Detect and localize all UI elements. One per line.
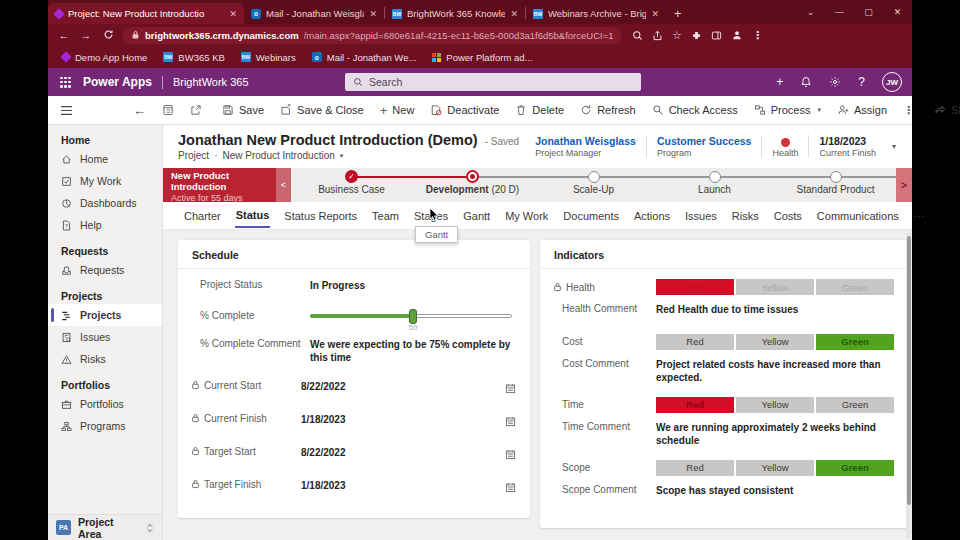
health-comment-value[interactable]: Red Health due to time issues <box>656 303 894 317</box>
refresh-button[interactable]: Refresh <box>572 104 644 116</box>
popout-icon[interactable] <box>182 104 210 116</box>
stage-standard-product[interactable]: Standard Product <box>775 168 896 202</box>
sidebar-item-help[interactable]: ? Help <box>48 214 162 236</box>
segment-yellow[interactable]: Yellow <box>736 460 814 476</box>
tab-communications[interactable]: Communications <box>816 204 900 227</box>
new-tab-button[interactable]: + <box>674 6 682 21</box>
save-close-button[interactable]: Save & Close <box>272 104 372 116</box>
sidebar-item-programs[interactable]: Programs <box>48 415 162 437</box>
segment-green[interactable]: Green <box>816 334 894 350</box>
scope-comment-value[interactable]: Scope has stayed consistent <box>656 484 894 498</box>
help-icon[interactable]: ? <box>858 75 865 89</box>
chevron-down-icon[interactable]: ▾ <box>340 152 344 160</box>
calendar-icon[interactable] <box>505 479 516 497</box>
calendar-icon[interactable] <box>505 380 516 398</box>
browser-tab-webinars[interactable]: BW Webinars Archive - BrightWork.c ✕ <box>526 3 666 24</box>
calendar-icon[interactable] <box>505 413 516 431</box>
bookmark-webinars[interactable]: BW Webinars <box>241 52 296 63</box>
percent-complete-slider[interactable]: 50 <box>310 308 516 326</box>
close-icon[interactable]: ✕ <box>369 9 377 19</box>
assign-button[interactable]: Assign <box>829 104 895 116</box>
date-value[interactable]: 1/18/2023 <box>301 479 505 493</box>
extensions-icon[interactable] <box>691 30 702 41</box>
tab-risks[interactable]: Risks <box>731 204 760 227</box>
bpf-stage-box[interactable]: New Product Introduction Active for 55 d… <box>163 168 276 202</box>
tab-charter[interactable]: Charter <box>183 204 222 227</box>
cost-comment-value[interactable]: Project related costs have increased mor… <box>656 358 894 385</box>
tab-my-work[interactable]: My Work <box>504 204 549 227</box>
tab-status-reports[interactable]: Status Reports <box>283 204 358 227</box>
bookmark-power-platform[interactable]: Power Platform ad... <box>432 52 532 63</box>
sidebar-item-projects[interactable]: Projects <box>48 304 162 326</box>
calendar-icon[interactable] <box>505 446 516 464</box>
share-icon[interactable] <box>652 30 663 41</box>
sidebar-item-dashboards[interactable]: Dashboards <box>48 192 162 214</box>
stage-business-case[interactable]: ✓ Business Case <box>291 168 412 202</box>
tab-team[interactable]: Team <box>371 204 400 227</box>
tab-documents[interactable]: Documents <box>562 204 620 227</box>
header-expand-chevron-icon[interactable]: ▾ <box>886 142 902 151</box>
sidebar-item-risks[interactable]: Risks <box>48 348 162 370</box>
hamburger-icon[interactable] <box>56 105 81 116</box>
profile-icon[interactable] <box>731 29 743 41</box>
bookmark-mail[interactable]: o Mail - Jonathan We... <box>312 52 417 63</box>
segment-green[interactable]: Green <box>816 460 894 476</box>
process-button[interactable]: Process ▾ <box>746 104 829 116</box>
close-icon[interactable]: ✕ <box>510 9 518 19</box>
segment-green[interactable]: Green <box>816 279 894 295</box>
sidebar-item-portfolios[interactable]: Portfolios <box>48 393 162 415</box>
bookmark-demo-app-home[interactable]: Demo App Home <box>62 52 147 63</box>
time-comment-value[interactable]: We are running approximately 2 weeks beh… <box>656 421 894 448</box>
check-access-button[interactable]: Check Access <box>644 104 746 116</box>
gear-icon[interactable] <box>829 76 841 88</box>
bookmark-star-icon[interactable]: ☆ <box>672 29 682 42</box>
tab-overflow[interactable]: ··· <box>913 204 926 227</box>
browser-tab-project[interactable]: Project: New Product Introductio ✕ <box>48 3 244 24</box>
window-close-icon[interactable]: ✕ <box>883 7 912 17</box>
tab-gantt[interactable]: Gantt <box>462 204 491 227</box>
avatar[interactable]: JW <box>882 72 902 92</box>
share-button[interactable]: Share ▾ <box>926 104 960 116</box>
tab-status[interactable]: Status <box>235 203 271 228</box>
sidebar-item-home[interactable]: Home <box>48 148 162 170</box>
save-button[interactable]: Save <box>214 104 272 116</box>
sidebar-item-issues[interactable]: Issues <box>48 326 162 348</box>
segment-red[interactable]: Red <box>656 460 734 476</box>
forward-icon[interactable]: → <box>78 29 94 41</box>
url-field[interactable]: brightwork365.crm.dynamics.com /main.asp… <box>122 27 622 44</box>
command-overflow-icon[interactable]: ⋮ <box>895 104 922 117</box>
sidebar-panel-icon[interactable] <box>711 30 722 41</box>
scrollbar-thumb[interactable] <box>907 236 911 505</box>
slider-thumb[interactable] <box>409 309 417 324</box>
add-icon[interactable]: + <box>776 75 783 89</box>
segment-red[interactable]: Red <box>656 334 734 350</box>
tab-actions[interactable]: Actions <box>633 204 671 227</box>
waffle-icon[interactable] <box>60 77 71 88</box>
minimize-icon[interactable]: — <box>825 7 854 17</box>
segment-yellow[interactable]: Yellow <box>736 279 814 295</box>
segment-yellow[interactable]: Yellow <box>736 397 814 413</box>
browser-menu-icon[interactable]: ⋮ <box>752 29 763 42</box>
stage-scale-up[interactable]: Scale-Up <box>533 168 654 202</box>
product-name[interactable]: Power Apps <box>83 75 152 89</box>
tab-issues[interactable]: Issues <box>684 204 718 227</box>
back-arrow-icon[interactable]: ← <box>125 103 154 118</box>
close-icon[interactable]: ✕ <box>651 9 659 19</box>
project-status-value[interactable]: In Progress <box>310 279 516 293</box>
bell-icon[interactable] <box>800 76 812 88</box>
stage-development[interactable]: Development (20 D) <box>412 168 533 202</box>
back-icon[interactable]: ← <box>56 29 72 41</box>
segment-red[interactable]: Red <box>656 397 734 413</box>
program-link[interactable]: Customer Success <box>657 135 752 147</box>
bpf-collapse-button[interactable]: < <box>276 168 291 202</box>
record-type[interactable]: New Product Introduction <box>222 150 334 161</box>
browser-tab-kb[interactable]: BW BrightWork 365 Knowledge Base ✕ <box>385 3 525 24</box>
bpf-next-stage-button[interactable]: > <box>896 168 912 202</box>
date-value[interactable]: 8/22/2022 <box>301 380 505 394</box>
area-switcher[interactable]: PA Project Area <box>48 514 162 540</box>
reload-icon[interactable] <box>100 29 116 42</box>
environment-name[interactable]: BrightWork 365 <box>173 76 249 88</box>
segment-red[interactable]: Red <box>656 279 734 295</box>
sidebar-item-requests[interactable]: Requests <box>48 259 162 281</box>
percent-comment-value[interactable]: We were expecting to be 75% complete by … <box>310 338 516 365</box>
